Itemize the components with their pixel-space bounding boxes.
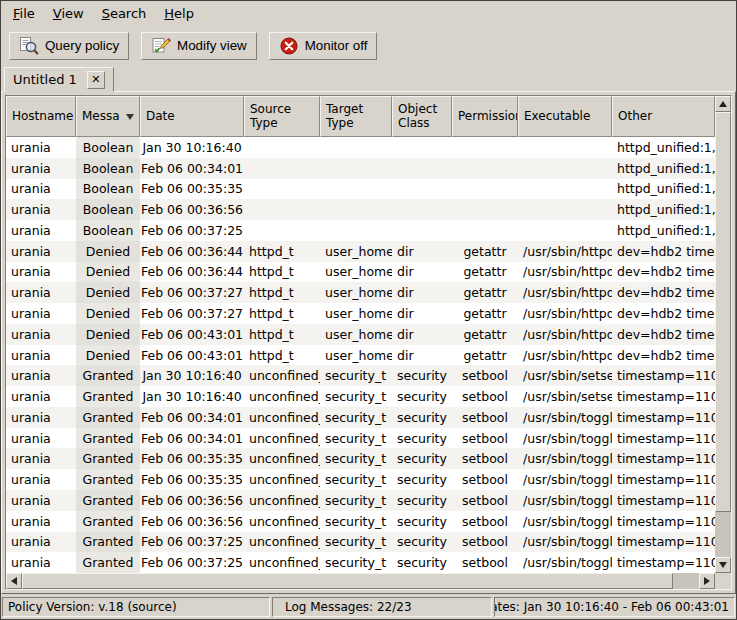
column-header-label: Permission	[458, 110, 512, 124]
cell-hostname: urania	[6, 137, 76, 158]
cell-hostname: urania	[6, 407, 76, 428]
cell-hostname: urania	[6, 282, 76, 303]
vertical-scrollbar-thumb[interactable]	[715, 112, 731, 512]
cell-target_type: security_t	[320, 490, 392, 511]
cell-executable: /usr/sbin/setseb	[518, 386, 612, 407]
cell-other: timestamp=11076	[612, 552, 715, 573]
table-row[interactable]: uraniaGrantedFeb 06 00:36:56unconfined_s…	[6, 490, 715, 511]
table-row[interactable]: uraniaDeniedFeb 06 00:36:44httpd_tuser_h…	[6, 262, 715, 283]
table-row[interactable]: uraniaDeniedFeb 06 00:43:01httpd_tuser_h…	[6, 324, 715, 345]
cell-date: Feb 06 00:37:27	[140, 282, 244, 303]
table-row[interactable]: uraniaBooleanFeb 06 00:34:01httpd_unifie…	[6, 158, 715, 179]
column-header-executable[interactable]: Executable	[518, 96, 612, 137]
cell-message: Boolean	[76, 179, 140, 200]
cell-message: Boolean	[76, 199, 140, 220]
cell-message: Denied	[76, 303, 140, 324]
menu-help[interactable]: Help	[155, 2, 203, 26]
table-row[interactable]: uraniaBooleanJan 30 10:16:40httpd_unifie…	[6, 137, 715, 158]
cell-source_type: httpd_t	[244, 262, 320, 283]
cell-object_class: dir	[392, 324, 452, 345]
table-row[interactable]: uraniaDeniedFeb 06 00:37:27httpd_tuser_h…	[6, 303, 715, 324]
cell-date: Feb 06 00:37:27	[140, 303, 244, 324]
cell-executable: /usr/sbin/setseb	[518, 365, 612, 386]
cell-source_type: unconfined_	[244, 407, 320, 428]
cell-other: dev=hdb2 timesta	[612, 324, 715, 345]
monitor-off-button[interactable]: Monitor off	[269, 32, 378, 60]
scroll-up-button[interactable]	[715, 96, 731, 112]
menu-search[interactable]: Search	[93, 2, 156, 26]
tab-untitled-1[interactable]: Untitled 1 ✕	[4, 67, 114, 92]
table-row[interactable]: uraniaBooleanFeb 06 00:37:25httpd_unifie…	[6, 220, 715, 241]
cell-source_type: httpd_t	[244, 345, 320, 366]
cell-executable: /usr/sbin/httpd	[518, 345, 612, 366]
cell-object_class	[392, 199, 452, 220]
cell-permission: getattr	[452, 262, 518, 283]
table-row[interactable]: uraniaGrantedFeb 06 00:37:25unconfined_s…	[6, 532, 715, 553]
cell-message: Granted	[76, 511, 140, 532]
cell-hostname: urania	[6, 199, 76, 220]
cell-object_class: dir	[392, 282, 452, 303]
table-row[interactable]: uraniaGrantedFeb 06 00:34:01unconfined_s…	[6, 407, 715, 428]
cell-date: Feb 06 00:34:01	[140, 428, 244, 449]
menu-file[interactable]: File	[4, 2, 44, 26]
column-header-hostname[interactable]: Hostname	[6, 96, 76, 137]
cell-permission: getattr	[452, 241, 518, 262]
cell-object_class: security	[392, 407, 452, 428]
table-row[interactable]: uraniaGrantedFeb 06 00:36:56unconfined_s…	[6, 511, 715, 532]
cell-target_type: security_t	[320, 365, 392, 386]
column-header-source_type[interactable]: Source Type	[244, 96, 320, 137]
table-row[interactable]: uraniaGrantedFeb 06 00:34:01unconfined_s…	[6, 428, 715, 449]
cell-date: Jan 30 10:16:40	[140, 386, 244, 407]
cell-other: httpd_unified:1, h	[612, 199, 715, 220]
tab-close-icon[interactable]: ✕	[87, 71, 105, 89]
cell-executable	[518, 158, 612, 179]
cell-object_class: dir	[392, 303, 452, 324]
cell-other: dev=hdb2 timesta	[612, 303, 715, 324]
cell-message: Granted	[76, 448, 140, 469]
policy-version-text: Policy Version: v.18 (source)	[8, 600, 177, 614]
table-row[interactable]: uraniaBooleanFeb 06 00:35:35httpd_unifie…	[6, 179, 715, 200]
scroll-right-button[interactable]	[699, 573, 715, 589]
cell-message: Denied	[76, 345, 140, 366]
column-header-message[interactable]: Messa	[76, 96, 140, 137]
table-row[interactable]: uraniaBooleanFeb 06 00:36:56httpd_unifie…	[6, 199, 715, 220]
table-row[interactable]: uraniaDeniedFeb 06 00:43:01httpd_tuser_h…	[6, 345, 715, 366]
column-header-object_class[interactable]: Object Class	[392, 96, 452, 137]
cell-target_type	[320, 137, 392, 158]
table-row[interactable]: uraniaGrantedFeb 06 00:37:25unconfined_s…	[6, 552, 715, 573]
cell-hostname: urania	[6, 552, 76, 573]
table-row[interactable]: uraniaGrantedJan 30 10:16:40unconfined_s…	[6, 386, 715, 407]
scroll-down-button[interactable]	[715, 557, 731, 573]
column-header-date[interactable]: Date	[140, 96, 244, 137]
table-row[interactable]: uraniaGrantedFeb 06 00:35:35unconfined_s…	[6, 448, 715, 469]
cell-executable: /usr/sbin/toggle	[518, 532, 612, 553]
cell-other: httpd_unified:1, h	[612, 220, 715, 241]
horizontal-scrollbar-thumb[interactable]	[22, 573, 673, 589]
cell-date: Feb 06 00:37:25	[140, 220, 244, 241]
menu-bar: File View Search Help	[1, 1, 736, 27]
column-header-other[interactable]: Other	[612, 96, 715, 137]
cell-object_class: dir	[392, 345, 452, 366]
cell-permission	[452, 179, 518, 200]
cell-hostname: urania	[6, 511, 76, 532]
monitor-off-icon	[279, 36, 299, 56]
table-row[interactable]: uraniaGrantedJan 30 10:16:40unconfined_s…	[6, 365, 715, 386]
vertical-scrollbar[interactable]	[715, 96, 731, 573]
table-row[interactable]: uraniaDeniedFeb 06 00:36:44httpd_tuser_h…	[6, 241, 715, 262]
horizontal-scrollbar[interactable]	[6, 573, 715, 589]
column-header-permission[interactable]: Permission	[452, 96, 518, 137]
query-policy-button[interactable]: Query policy	[9, 32, 129, 60]
modify-view-button[interactable]: Modify view	[141, 32, 257, 60]
menu-view[interactable]: View	[44, 2, 93, 26]
cell-message: Granted	[76, 428, 140, 449]
cell-message: Granted	[76, 365, 140, 386]
table-row[interactable]: uraniaDeniedFeb 06 00:37:27httpd_tuser_h…	[6, 282, 715, 303]
cell-source_type	[244, 158, 320, 179]
cell-object_class: security	[392, 448, 452, 469]
cell-object_class: security	[392, 552, 452, 573]
cell-permission	[452, 137, 518, 158]
cell-target_type: user_home_	[320, 282, 392, 303]
column-header-target_type[interactable]: Target Type	[320, 96, 392, 137]
scroll-left-button[interactable]	[6, 573, 22, 589]
table-row[interactable]: uraniaGrantedFeb 06 00:35:35unconfined_s…	[6, 469, 715, 490]
